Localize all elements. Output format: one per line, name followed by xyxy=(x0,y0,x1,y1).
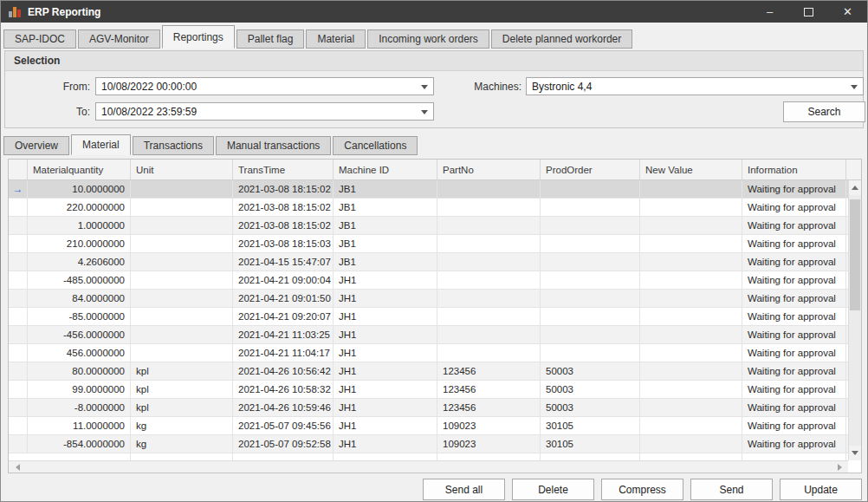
table-row[interactable]: 210.00000002021-03-08 18:15:03JB1Waiting… xyxy=(9,235,861,253)
cell-unit xyxy=(131,199,233,216)
cell-partno xyxy=(437,180,541,198)
table-row[interactable]: 11.0000000kg2021-05-07 09:45:56JH1109023… xyxy=(9,417,861,435)
machines-label: Machines: xyxy=(428,78,521,95)
vertical-scrollbar-thumb[interactable] xyxy=(850,199,860,310)
cell-prodorder xyxy=(541,180,640,198)
table-row[interactable]: →10.00000002021-03-08 18:15:02JB1Waiting… xyxy=(9,180,861,199)
table-row[interactable]: 456.00000002021-04-21 11:04:17JH1Waiting… xyxy=(9,344,861,362)
cell-prodorder xyxy=(541,326,640,343)
main-tab-sap-idoc[interactable]: SAP-IDOC xyxy=(3,29,76,49)
cell-information: Waiting for approval xyxy=(742,217,846,234)
cell-transtime: 2021-04-21 09:00:04 xyxy=(233,271,334,289)
cell-materialquantity: -85.0000000 xyxy=(28,308,131,325)
cell-empty xyxy=(131,453,233,460)
cell-machine-id: JB1 xyxy=(334,253,437,271)
sub-tab-overview[interactable]: Overview xyxy=(3,136,69,155)
sub-tab-transactions[interactable]: Transactions xyxy=(133,136,214,155)
delete-button[interactable]: Delete xyxy=(512,479,594,500)
chevron-down-icon[interactable] xyxy=(421,110,428,114)
app-bar-chart-icon xyxy=(9,6,21,17)
main-tab-reportings[interactable]: Reportings xyxy=(162,25,235,49)
to-datetime-combo[interactable]: 10/08/2022 23:59:59 xyxy=(95,102,434,121)
column-header-information[interactable]: Information xyxy=(742,160,846,179)
cell-empty xyxy=(233,453,334,460)
cell-information: Waiting for approval xyxy=(742,344,846,362)
cell-unit xyxy=(131,271,233,289)
minimize-icon[interactable]: – xyxy=(750,1,789,23)
cell-information: Waiting for approval xyxy=(742,435,846,453)
send-button[interactable]: Send xyxy=(690,479,773,500)
table-row[interactable]: 84.00000002021-04-21 09:01:50JH1Waiting … xyxy=(9,290,861,308)
column-header-unit[interactable]: Unit xyxy=(131,160,233,179)
column-header-partno[interactable]: PartNo xyxy=(437,160,541,179)
column-header-new-value[interactable]: New Value xyxy=(640,160,742,179)
cell-machine-id: JH1 xyxy=(334,271,437,289)
cell-new-value xyxy=(640,290,742,307)
from-datetime-combo[interactable]: 10/08/2022 00:00:00 xyxy=(95,77,434,95)
table-row[interactable]: 220.00000002021-03-08 18:15:02JB1Waiting… xyxy=(9,199,861,217)
from-label: From: xyxy=(5,78,90,95)
row-indicator-cell xyxy=(9,417,28,434)
cell-information: Waiting for approval xyxy=(742,235,846,252)
maximize-icon[interactable] xyxy=(789,1,828,23)
cell-empty xyxy=(437,453,541,460)
chevron-down-icon[interactable] xyxy=(421,85,428,89)
close-icon[interactable]: ✕ xyxy=(828,1,867,23)
table-row[interactable]: 80.0000000kpl2021-04-26 10:56:42JH112345… xyxy=(9,362,861,381)
horizontal-scrollbar[interactable] xyxy=(9,460,848,473)
main-tab-incoming-work-orders[interactable]: Incoming work orders xyxy=(367,29,489,49)
cell-transtime: 2021-03-08 18:15:02 xyxy=(233,199,334,216)
send-all-button[interactable]: Send all xyxy=(423,479,505,500)
cell-new-value xyxy=(640,362,742,380)
cell-empty xyxy=(334,453,437,460)
sub-tab-material[interactable]: Material xyxy=(71,134,131,155)
cell-new-value xyxy=(640,180,742,198)
table-row[interactable]: -8.0000000kpl2021-04-26 10:59:46JH112345… xyxy=(9,399,861,417)
table-row[interactable]: 4.26060002021-04-15 15:47:07JB1Waiting f… xyxy=(9,253,861,271)
table-row[interactable]: -456.00000002021-04-21 11:03:25JH1Waitin… xyxy=(9,326,861,344)
scroll-up-icon[interactable] xyxy=(849,180,861,195)
cell-partno xyxy=(437,290,541,307)
search-button[interactable]: Search xyxy=(783,101,865,122)
cell-new-value xyxy=(640,199,742,216)
main-tab-delete-planned-workorder[interactable]: Delete planned workorder xyxy=(491,29,632,49)
main-tab-material[interactable]: Material xyxy=(306,29,366,49)
sub-tab-manual-transactions[interactable]: Manual transactions xyxy=(216,136,331,155)
update-button[interactable]: Update xyxy=(780,479,862,500)
cell-prodorder xyxy=(541,217,640,234)
scroll-down-icon[interactable] xyxy=(849,446,861,460)
compress-button[interactable]: Compress xyxy=(601,479,683,500)
column-header-transtime[interactable]: TransTime xyxy=(233,160,334,179)
cell-empty xyxy=(9,453,131,460)
row-indicator-cell xyxy=(9,199,28,216)
main-tab-agv-monitor[interactable]: AGV-Monitor xyxy=(78,29,160,49)
data-grid: MaterialquantityUnitTransTimeMachine IDP… xyxy=(8,159,862,473)
cell-prodorder: 50003 xyxy=(541,399,640,416)
table-row[interactable]: -85.00000002021-04-21 09:20:07JH1Waiting… xyxy=(9,308,861,326)
chevron-down-icon[interactable] xyxy=(851,85,858,89)
cell-partno: 123456 xyxy=(437,362,541,380)
vertical-scrollbar[interactable] xyxy=(848,180,861,460)
cell-machine-id: JB1 xyxy=(334,217,437,234)
cell-partno xyxy=(437,308,541,325)
main-tab-pallet-flag[interactable]: Pallet flag xyxy=(236,29,305,49)
selection-groupbox: Selection From: 10/08/2022 00:00:00 To: … xyxy=(4,50,864,128)
table-row[interactable]: 1.00000002021-03-08 18:15:02JB1Waiting f… xyxy=(9,217,861,235)
cell-prodorder: 50003 xyxy=(541,362,640,380)
table-row[interactable]: -854.0000000kg2021-05-07 09:52:58JH11090… xyxy=(9,435,861,453)
cell-new-value xyxy=(640,253,742,271)
table-row[interactable]: -485.00000002021-04-21 09:00:04JH1Waitin… xyxy=(9,271,861,290)
table-row[interactable]: 99.0000000kpl2021-04-26 10:58:32JH112345… xyxy=(9,381,861,399)
sub-tab-cancellations[interactable]: Cancellations xyxy=(333,136,418,155)
cell-information: Waiting for approval xyxy=(742,362,846,380)
column-header-materialquantity[interactable]: Materialquantity xyxy=(28,160,131,179)
machines-combo[interactable]: Bystronic 4,4 xyxy=(526,77,864,95)
column-header-prodorder[interactable]: ProdOrder xyxy=(541,160,640,179)
cell-machine-id: JH1 xyxy=(334,290,437,307)
column-header-machine-id[interactable]: Machine ID xyxy=(334,160,437,179)
scroll-right-icon[interactable] xyxy=(832,461,846,473)
cell-partno xyxy=(437,344,541,362)
cell-new-value xyxy=(640,344,742,362)
cell-materialquantity: 10.0000000 xyxy=(28,180,131,198)
scroll-left-icon[interactable] xyxy=(10,461,24,473)
